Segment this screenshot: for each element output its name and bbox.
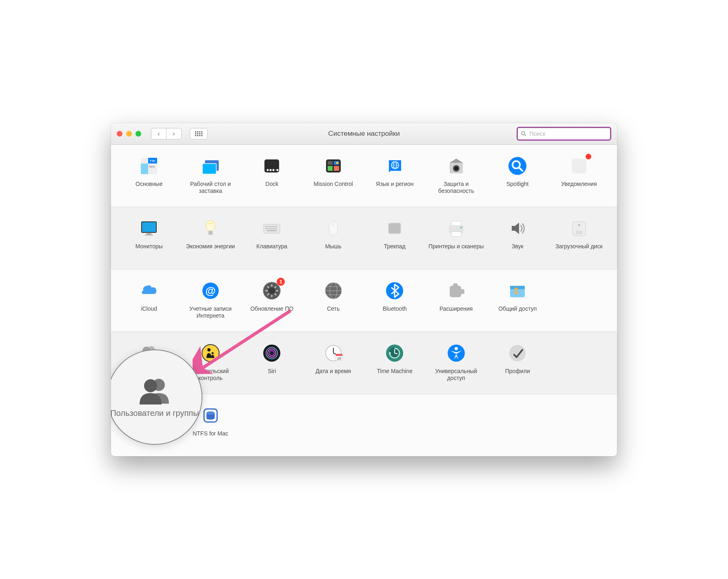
pref-label: NTFS for Mac bbox=[193, 430, 228, 438]
java-icon bbox=[138, 404, 160, 427]
pref-security[interactable]: Защита и безопасность bbox=[426, 155, 487, 199]
close-button[interactable] bbox=[117, 131, 122, 137]
pref-sharing[interactable]: Общий доступ bbox=[487, 279, 548, 324]
pref-desktop[interactable]: Рабочий стол и заставка bbox=[180, 155, 242, 199]
pref-label: Трекпад bbox=[384, 243, 406, 250]
pref-java[interactable]: Java bbox=[118, 404, 180, 449]
back-button[interactable]: ‹ bbox=[151, 128, 166, 139]
pref-printers[interactable]: Принтеры и сканеры bbox=[426, 217, 487, 262]
minimize-button[interactable] bbox=[126, 131, 132, 137]
svg-line-13 bbox=[524, 134, 526, 136]
pref-energy[interactable]: Экономия энергии bbox=[180, 217, 242, 262]
pref-datetime[interactable]: Дата и время bbox=[303, 342, 364, 387]
pref-label: Mission Control bbox=[314, 181, 353, 188]
svg-rect-5 bbox=[197, 133, 198, 134]
pref-displays[interactable]: Мониторы bbox=[118, 217, 180, 262]
pref-mission[interactable]: Mission Control bbox=[303, 155, 364, 199]
extensions-icon bbox=[445, 279, 468, 302]
pref-label: Dock bbox=[265, 181, 278, 188]
profiles-icon bbox=[506, 342, 529, 365]
pref-label: Универсальный доступ bbox=[428, 368, 485, 382]
nav-buttons: ‹ › bbox=[151, 128, 182, 139]
pref-users[interactable]: Пользователи и группы bbox=[118, 342, 180, 387]
users-icon bbox=[138, 342, 160, 365]
pref-label: iCloud bbox=[141, 305, 157, 313]
forward-button[interactable]: › bbox=[166, 128, 182, 139]
pref-extensions[interactable]: Расширения bbox=[426, 279, 487, 324]
pref-label: Siri bbox=[268, 368, 276, 375]
svg-point-12 bbox=[522, 131, 525, 135]
pref-trackpad[interactable]: Трекпад bbox=[364, 217, 426, 262]
pref-label: Time Machine bbox=[377, 368, 413, 375]
pref-label: Клавиатура bbox=[256, 243, 287, 250]
pref-language[interactable]: Язык и регион bbox=[364, 155, 426, 199]
pref-row-3: Пользователи и группыРодительский контро… bbox=[111, 332, 617, 394]
pref-sound[interactable]: Звук bbox=[487, 217, 548, 262]
svg-rect-6 bbox=[199, 133, 200, 134]
icloud-icon bbox=[138, 279, 160, 302]
pref-label: Рабочий стол и заставка bbox=[182, 181, 239, 195]
pref-profiles[interactable]: Профили bbox=[487, 342, 548, 387]
svg-rect-4 bbox=[195, 133, 196, 134]
notification-dot bbox=[586, 154, 591, 159]
pref-label: Пользователи и группы bbox=[120, 368, 178, 382]
keyboard-icon bbox=[260, 217, 283, 240]
trackpad-icon bbox=[383, 217, 406, 240]
pref-row-2: iCloudУчетные записи Интернета1Обновлени… bbox=[111, 270, 617, 332]
badge: 1 bbox=[277, 278, 285, 286]
search-input[interactable] bbox=[529, 130, 607, 137]
timemachine-icon bbox=[383, 342, 406, 365]
svg-rect-3 bbox=[201, 131, 202, 133]
pref-parental[interactable]: Родительский контроль bbox=[180, 342, 242, 387]
printers-icon bbox=[445, 217, 468, 240]
pref-keyboard[interactable]: Клавиатура bbox=[241, 217, 303, 262]
search-icon bbox=[521, 131, 526, 137]
pref-mouse[interactable]: Мышь bbox=[303, 217, 364, 262]
pref-label: Уведомления bbox=[561, 181, 597, 188]
pref-general[interactable]: Основные bbox=[118, 155, 180, 199]
pref-accessibility[interactable]: Универсальный доступ bbox=[426, 342, 487, 387]
zoom-button[interactable] bbox=[135, 131, 141, 137]
pref-timemachine[interactable]: Time Machine bbox=[364, 342, 426, 387]
pref-label: Загрузочный диск bbox=[555, 243, 603, 250]
pref-label: Язык и регион bbox=[376, 181, 413, 188]
pref-label: Звук bbox=[512, 243, 524, 250]
grid-icon bbox=[195, 131, 202, 136]
pref-spotlight[interactable]: Spotlight bbox=[487, 155, 548, 199]
pref-label: Сеть bbox=[327, 305, 340, 313]
security-icon bbox=[445, 155, 468, 177]
pref-startup[interactable]: Загрузочный диск bbox=[548, 217, 610, 262]
pref-dock[interactable]: Dock bbox=[241, 155, 303, 199]
energy-icon bbox=[199, 217, 222, 240]
pref-label: Дата и время bbox=[315, 368, 351, 375]
system-preferences-window: ‹ › Системные настройки ОсновныеРабочий … bbox=[111, 123, 617, 456]
pref-internet[interactable]: Учетные записи Интернета bbox=[180, 279, 242, 324]
pref-row-1: МониторыЭкономия энергииКлавиатураМышьТр… bbox=[111, 207, 617, 270]
pref-notifications[interactable]: Уведомления bbox=[548, 155, 610, 199]
ntfs-icon bbox=[199, 404, 222, 427]
datetime-icon bbox=[322, 342, 345, 365]
pref-label: Основные bbox=[135, 181, 162, 188]
show-all-button[interactable] bbox=[190, 128, 208, 139]
pref-ntfs[interactable]: NTFS for Mac bbox=[180, 404, 242, 449]
svg-rect-10 bbox=[199, 135, 200, 136]
pref-label: Spotlight bbox=[506, 181, 528, 188]
parental-icon bbox=[199, 342, 222, 365]
pref-network[interactable]: Сеть bbox=[303, 279, 364, 324]
pref-row-0: ОсновныеРабочий стол и заставкаDockMissi… bbox=[111, 145, 617, 207]
svg-rect-11 bbox=[201, 135, 202, 136]
search-field[interactable] bbox=[517, 127, 611, 141]
spotlight-icon bbox=[506, 155, 529, 177]
bluetooth-icon bbox=[383, 279, 406, 302]
pref-label: Принтеры и сканеры bbox=[428, 243, 484, 250]
software-icon: 1 bbox=[260, 279, 283, 302]
pref-bluetooth[interactable]: Bluetooth bbox=[364, 279, 426, 324]
general-icon bbox=[138, 155, 160, 177]
svg-rect-1 bbox=[197, 131, 198, 133]
pref-software[interactable]: 1Обновление ПО bbox=[241, 279, 303, 324]
pref-label: Учетные записи Интернета bbox=[182, 305, 239, 320]
pref-label: Защита и безопасность bbox=[428, 181, 485, 195]
pref-siri[interactable]: Siri bbox=[241, 342, 303, 387]
notifications-icon bbox=[568, 155, 590, 177]
pref-icloud[interactable]: iCloud bbox=[118, 279, 180, 324]
